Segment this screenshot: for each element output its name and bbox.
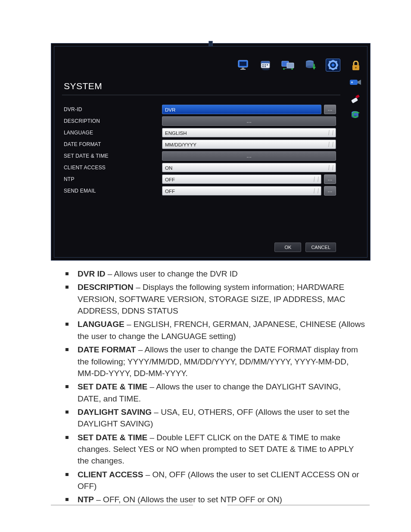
row-description: DESCRIPTION ...	[64, 115, 336, 127]
svg-rect-6	[262, 64, 264, 65]
dvr-inner: SYSTEM DVR-ID DVR ... DESCRIPTION ... LA…	[54, 46, 367, 258]
settings-form: DVR-ID DVR ... DESCRIPTION ... LANGUAGE …	[64, 103, 336, 196]
dvr-system-screenshot: SYSTEM DVR-ID DVR ... DESCRIPTION ... LA…	[51, 43, 371, 261]
row-date-format: DATE FORMAT MM/DD/YYYY	[64, 138, 336, 150]
page-title: SYSTEM	[64, 81, 102, 91]
ok-button[interactable]: OK	[274, 243, 301, 252]
svg-line-28	[336, 61, 337, 62]
svg-rect-8	[267, 64, 268, 65]
svg-point-21	[332, 64, 335, 67]
list-item: CLIENT ACCESS – ON, OFF (Allows the user…	[65, 469, 366, 492]
svg-rect-32	[350, 80, 358, 85]
field-description[interactable]: ...	[162, 116, 336, 126]
svg-rect-7	[265, 64, 266, 65]
dialog-footer: OK CANCEL	[274, 243, 336, 252]
svg-point-31	[355, 67, 357, 68]
svg-point-15	[291, 68, 293, 70]
label-date-format: DATE FORMAT	[64, 141, 162, 147]
svg-line-29	[329, 68, 330, 69]
row-dvr-id: DVR-ID DVR ...	[64, 103, 336, 115]
field-client-access[interactable]: ON	[162, 163, 336, 172]
field-ntp[interactable]: OFF	[162, 174, 321, 184]
svg-line-27	[336, 68, 337, 69]
list-item: DESCRIPTION – Displays the following sys…	[65, 281, 366, 317]
label-set-datetime: SET DATE & TIME	[64, 153, 162, 159]
field-date-format[interactable]: MM/DD/YYYY	[162, 140, 336, 149]
more-send-email[interactable]: ...	[324, 186, 336, 196]
display-icon[interactable]	[236, 59, 251, 72]
row-ntp: NTP OFF ...	[64, 173, 336, 185]
field-dvr-id[interactable]: DVR	[162, 105, 321, 114]
restore-icon[interactable]	[350, 109, 362, 121]
svg-rect-5	[261, 61, 270, 63]
label-ntp: NTP	[64, 176, 162, 182]
page-footer-rule	[51, 505, 370, 505]
field-send-email[interactable]: OFF	[162, 186, 321, 196]
list-item: DATE FORMAT – Allows the user to change …	[65, 344, 366, 379]
label-description: DESCRIPTION	[64, 118, 162, 124]
lock-icon[interactable]	[350, 60, 362, 72]
side-icon-bar	[350, 60, 362, 121]
storage-icon[interactable]	[303, 59, 318, 72]
row-client-access: CLIENT ACCESS ON	[64, 162, 336, 173]
row-send-email: SEND EMAIL OFF ...	[64, 185, 336, 196]
svg-rect-10	[265, 66, 266, 67]
camera-icon[interactable]	[350, 77, 362, 88]
svg-point-33	[351, 81, 353, 83]
list-item: DAYLIGHT SAVING – USA, EU, OTHERS, OFF (…	[65, 406, 366, 430]
usb-icon[interactable]	[350, 93, 362, 104]
svg-rect-16	[285, 68, 291, 69]
svg-point-14	[283, 68, 285, 70]
top-icon-bar	[236, 59, 340, 72]
field-language[interactable]: ENGLISH	[162, 128, 336, 137]
label-language: LANGUAGE	[64, 130, 162, 136]
list-item: LANGUAGE – ENGLISH, FRENCH, GERMAN, JAPA…	[65, 318, 366, 342]
schedule-icon[interactable]	[258, 59, 273, 72]
more-dvr-id[interactable]: ...	[324, 105, 336, 114]
list-item: SET DATE & TIME – Allows the user to cha…	[65, 381, 366, 404]
svg-line-26	[329, 61, 330, 62]
title-divider	[62, 95, 340, 95]
svg-rect-1	[240, 62, 246, 66]
svg-rect-2	[242, 68, 244, 69]
more-ntp[interactable]: ...	[324, 174, 336, 184]
svg-rect-3	[240, 69, 246, 70]
doc-explanations: DVR ID – Allows user to change the DVR I…	[65, 268, 366, 507]
settings-icon[interactable]	[326, 59, 340, 72]
svg-rect-13	[287, 63, 294, 68]
label-dvr-id: DVR-ID	[64, 106, 162, 112]
list-item: SET DATE & TIME – Double LEFT CLICK on t…	[65, 432, 366, 467]
svg-rect-9	[262, 66, 264, 67]
devices-icon[interactable]	[281, 59, 296, 72]
svg-point-11	[262, 68, 270, 70]
label-client-access: CLIENT ACCESS	[64, 165, 162, 171]
row-set-datetime: SET DATE & TIME ...	[64, 150, 336, 162]
field-set-datetime[interactable]: ...	[162, 151, 336, 161]
row-language: LANGUAGE ENGLISH	[64, 127, 336, 138]
list-item: DVR ID – Allows user to change the DVR I…	[65, 268, 366, 280]
label-send-email: SEND EMAIL	[64, 188, 162, 194]
cancel-button[interactable]: CANCEL	[305, 243, 336, 252]
